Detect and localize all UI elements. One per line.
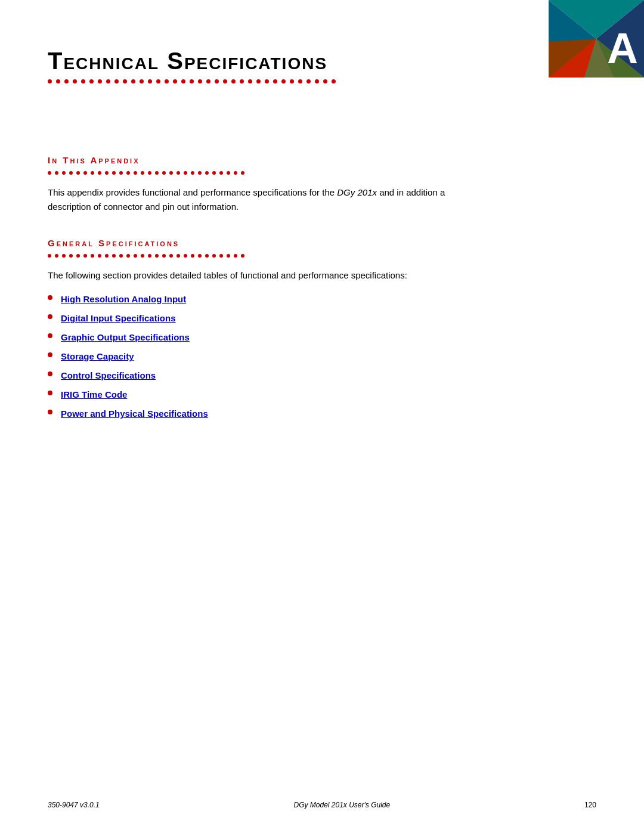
spec-link-2[interactable]: Graphic Output Specifications [61,330,190,345]
title-part1: Technical [48,48,167,74]
content-area: In This Appendix This appendix provides … [0,119,644,833]
bullet-dot [48,352,52,357]
logo-corner: A [549,0,644,78]
spec-link-5[interactable]: IRIG Time Code [61,388,127,402]
footer-center: DGy Model 201x User's Guide [294,801,391,809]
list-item: Power and Physical Specifications [48,407,453,421]
list-item: High Resolution Analog Input [48,292,453,306]
list-item: Graphic Output Specifications [48,330,453,345]
list-item: Storage Capacity [48,349,453,364]
appendix-para1: This appendix provides functional and pe… [48,187,337,197]
list-item: IRIG Time Code [48,388,453,402]
spec-link-6[interactable]: Power and Physical Specifications [61,407,208,421]
general-specs-body: The following section provides detailed … [48,268,453,421]
footer: 350-9047 v3.0.1 DGy Model 201x User's Gu… [0,801,644,809]
general-specs-heading: General Specifications [48,238,596,248]
appendix-italic: DGy 201x [337,187,377,197]
bullet-dot [48,371,52,376]
spec-link-4[interactable]: Control Specifications [61,368,156,383]
logo-letter: A [607,24,638,73]
title-part2: Specifications [167,48,327,74]
spec-link-3[interactable]: Storage Capacity [61,349,134,364]
bullet-dot [48,314,52,319]
footer-left: 350-9047 v3.0.1 [48,801,100,809]
general-specs-intro: The following section provides detailed … [48,270,407,280]
spec-link-1[interactable]: Digital Input Specifications [61,311,176,326]
spec-link-0[interactable]: High Resolution Analog Input [61,292,186,306]
appendix-body: This appendix provides functional and pe… [48,185,453,214]
specs-list: High Resolution Analog InputDigital Inpu… [48,292,453,421]
bullet-dot [48,391,52,395]
header-dots [0,79,644,83]
footer-page-number: 120 [584,801,596,809]
page: A Technical Specifications In This Appen… [0,0,644,833]
appendix-dots [48,171,596,175]
in-this-appendix-section: In This Appendix This appendix provides … [48,155,596,214]
list-item: Control Specifications [48,368,453,383]
page-title: Technical Specifications [48,48,596,75]
general-dots [48,254,596,258]
bullet-dot [48,295,52,300]
bullet-dot [48,333,52,338]
list-item: Digital Input Specifications [48,311,453,326]
bullet-dot [48,410,52,414]
in-this-appendix-heading: In This Appendix [48,155,596,165]
general-specs-section: General Specifications The following sec… [48,238,596,421]
